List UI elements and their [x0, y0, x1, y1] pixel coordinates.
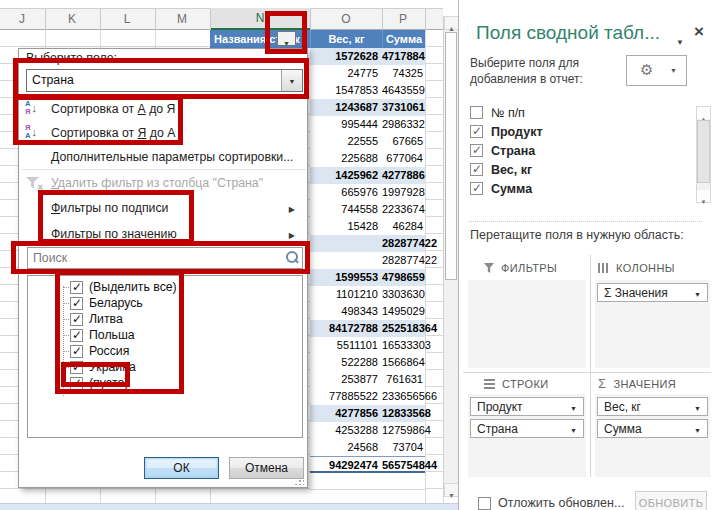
pivot-table-row[interactable]: 5222881566864	[310, 354, 425, 371]
scroll-up-icon[interactable]	[444, 16, 459, 30]
sum-cell[interactable]: 4798659	[382, 269, 425, 286]
pivot-table-row[interactable]: 282877422	[310, 252, 425, 269]
pivot-table-row[interactable]: 425328812759864	[310, 422, 425, 439]
close-icon[interactable]	[694, 22, 704, 42]
weight-cell[interactable]: 77885522	[310, 388, 382, 405]
sum-cell[interactable]: 4643559	[382, 82, 425, 99]
pivot-table-row[interactable]: 9954442986332	[310, 116, 425, 133]
pivot-table-row[interactable]: 94292474565754844	[310, 456, 425, 473]
field-list-item[interactable]: Сумма	[470, 179, 692, 198]
tools-button[interactable]	[626, 55, 687, 86]
field-list-item[interactable]: Продукт	[470, 122, 692, 141]
checkbox[interactable]	[470, 125, 483, 138]
weight-cell[interactable]: 1101210	[310, 286, 382, 303]
pivot-sum-header[interactable]: Сумма	[382, 30, 425, 48]
ok-button[interactable]: ОК	[144, 457, 219, 479]
weight-cell[interactable]: 5511101	[310, 337, 382, 354]
pivot-table-row[interactable]: 427785612833568	[310, 405, 425, 422]
scroll-down-icon[interactable]	[697, 190, 710, 202]
chevron-down-icon[interactable]	[570, 422, 577, 436]
sum-cell[interactable]: 1997928	[382, 184, 425, 201]
chevron-down-icon[interactable]	[570, 400, 577, 414]
sum-cell[interactable]: 565754844	[382, 457, 425, 471]
pivot-table-row[interactable]: 551110116533303	[310, 337, 425, 354]
drop-zone-rows[interactable]: ПродуктСтрана	[468, 394, 586, 477]
weight-cell[interactable]: 1599553	[310, 269, 382, 286]
area-chip[interactable]: Σ Значения	[597, 283, 708, 302]
pivot-table-row[interactable]: 282877422	[310, 235, 425, 252]
scrollbar-thumb[interactable]	[697, 120, 710, 183]
field-list-scrollbar[interactable]	[696, 106, 711, 203]
chevron-down-icon[interactable]	[694, 400, 701, 414]
pivot-table-row[interactable]: 15726284717884	[310, 48, 425, 65]
drop-zone-values[interactable]: Вес, кгСумма	[595, 394, 710, 477]
pivot-table-row[interactable]: 84172788252518364	[310, 320, 425, 337]
area-chip[interactable]: Продукт	[470, 397, 584, 416]
weight-cell[interactable]: 744558	[310, 201, 382, 218]
weight-cell[interactable]: 1547853	[310, 82, 382, 99]
weight-cell[interactable]: 995444	[310, 116, 382, 133]
drop-zone-columns[interactable]: Σ Значения	[595, 280, 710, 368]
chevron-down-icon[interactable]	[694, 286, 701, 300]
cancel-button[interactable]: Отмена	[229, 457, 304, 479]
sum-cell[interactable]: 282877422	[382, 252, 425, 269]
pivot-table-row[interactable]: 15995534798659	[310, 269, 425, 286]
sum-cell[interactable]: 2233674	[382, 201, 425, 218]
sum-cell[interactable]: 73704	[382, 439, 425, 456]
pivot-table-row[interactable]: 253877761631	[310, 371, 425, 388]
weight-cell[interactable]: 522288	[310, 354, 382, 371]
column-header-m[interactable]: M	[177, 12, 187, 26]
sum-cell[interactable]: 2986332	[382, 116, 425, 133]
weight-cell[interactable]: 84172788	[310, 320, 382, 337]
checkbox[interactable]	[470, 144, 483, 157]
pivot-table-row[interactable]: 14259624277886	[310, 167, 425, 184]
menu-item-more-sort-options[interactable]: Дополнительные параметры сортировки...	[19, 146, 307, 168]
weight-cell[interactable]	[310, 235, 382, 252]
weight-cell[interactable]	[310, 252, 382, 269]
defer-update-checkbox[interactable]	[478, 497, 491, 510]
pivot-table-row[interactable]: 12436873731061	[310, 99, 425, 116]
area-chip[interactable]: Вес, кг	[597, 397, 708, 416]
pivot-weight-header[interactable]: Вес, кг	[310, 30, 382, 48]
sum-cell[interactable]: 233656566	[382, 388, 425, 405]
column-header-p[interactable]: P	[399, 12, 407, 26]
scroll-up-icon[interactable]	[697, 107, 710, 119]
pivot-table-row[interactable]: 15478534643559	[310, 82, 425, 99]
sum-cell[interactable]: 12759864	[382, 422, 425, 439]
weight-cell[interactable]: 498343	[310, 303, 382, 320]
weight-cell[interactable]: 24775	[310, 65, 382, 82]
weight-cell[interactable]: 22555	[310, 133, 382, 150]
sum-cell[interactable]: 4277886	[382, 167, 425, 184]
weight-cell[interactable]: 15428	[310, 218, 382, 235]
pane-options-icon[interactable]	[676, 31, 684, 49]
column-header-j[interactable]: J	[19, 12, 25, 26]
scrollbar-thumb[interactable]	[445, 32, 457, 280]
weight-cell[interactable]: 253877	[310, 371, 382, 388]
weight-cell[interactable]: 1572628	[310, 48, 382, 65]
sum-cell[interactable]: 3303630	[382, 286, 425, 303]
pivot-table-row[interactable]: 1542846284	[310, 218, 425, 235]
pivot-table-row[interactable]: 225688677064	[310, 150, 425, 167]
checkbox[interactable]	[470, 106, 483, 119]
pivot-table-row[interactable]: 2255567665	[310, 133, 425, 150]
sum-cell[interactable]: 677064	[382, 150, 425, 167]
pivot-table-row[interactable]: 11012103303630	[310, 286, 425, 303]
scroll-down-icon[interactable]	[444, 483, 459, 497]
weight-cell[interactable]: 1425962	[310, 167, 382, 184]
sum-cell[interactable]: 761631	[382, 371, 425, 388]
sum-cell[interactable]: 74325	[382, 65, 425, 82]
sum-cell[interactable]: 67665	[382, 133, 425, 150]
weight-cell[interactable]: 4253288	[310, 422, 382, 439]
weight-cell[interactable]: 4277856	[310, 405, 382, 422]
pivot-table-row[interactable]: 7445582233674	[310, 201, 425, 218]
weight-cell[interactable]: 94292474	[310, 457, 382, 471]
weight-cell[interactable]: 665976	[310, 184, 382, 201]
column-header-k[interactable]: K	[68, 12, 76, 26]
sum-cell[interactable]: 4717884	[382, 48, 425, 65]
column-header-o[interactable]: O	[341, 12, 350, 26]
sum-cell[interactable]: 252518364	[382, 320, 425, 337]
sum-cell[interactable]: 12833568	[382, 405, 425, 422]
vertical-scrollbar[interactable]	[443, 16, 458, 497]
pivot-table-row[interactable]: 6659761997928	[310, 184, 425, 201]
pivot-table-row[interactable]: 2477574325	[310, 65, 425, 82]
